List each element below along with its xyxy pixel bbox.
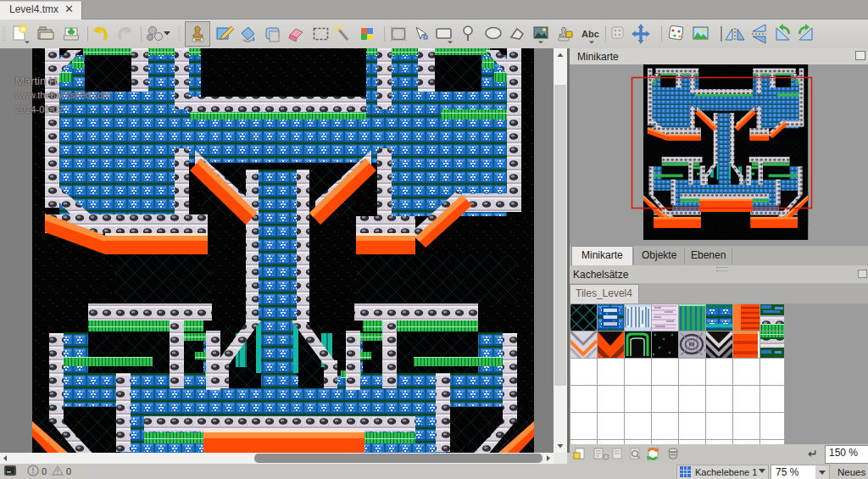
- svg-text:0: 0: [66, 466, 71, 476]
- svg-text:0: 0: [42, 466, 47, 476]
- svg-text:Abc: Abc: [581, 29, 599, 39]
